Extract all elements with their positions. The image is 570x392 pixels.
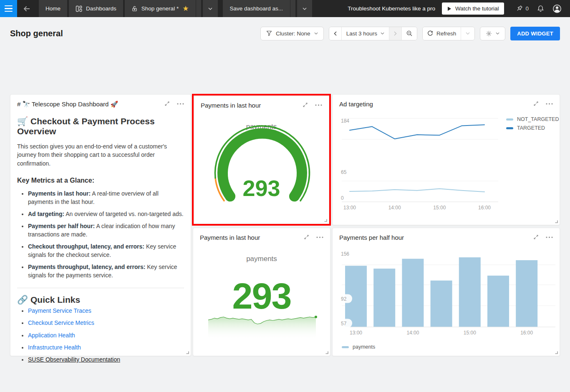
quick-link[interactable]: Payment Service Traces <box>28 307 91 314</box>
resize-handle[interactable] <box>325 351 328 354</box>
tab-home[interactable]: Home <box>39 0 67 17</box>
legend-swatch <box>506 127 513 129</box>
menu-button[interactable] <box>0 0 17 17</box>
quick-link[interactable]: Application Health <box>28 332 75 339</box>
svg-text:14:00: 14:00 <box>406 330 419 336</box>
expand-widget-button[interactable] <box>164 101 170 107</box>
play-icon <box>447 6 451 11</box>
refresh-button[interactable]: Refresh <box>423 27 461 40</box>
ad-targeting-widget: Ad targeting 06518413:0014:0015:0016:00 … <box>332 94 560 225</box>
svg-text:14:00: 14:00 <box>388 205 401 211</box>
payments-number-widget: Payments in last hour payments 293 <box>193 228 330 356</box>
account-button[interactable] <box>548 0 566 17</box>
svg-text:13:00: 13:00 <box>343 205 356 211</box>
svg-text:92: 92 <box>341 296 347 302</box>
metric-item: Payments per half hour: A clear indicati… <box>28 222 184 239</box>
page-title: Shop general <box>10 29 63 38</box>
ellipsis-icon <box>546 103 553 105</box>
tab-dashboards[interactable]: Dashboards <box>69 0 123 17</box>
resize-handle[interactable] <box>555 220 558 223</box>
gauge-value: 293 <box>194 175 329 201</box>
resize-handle[interactable] <box>186 351 189 354</box>
svg-text:65: 65 <box>341 169 347 175</box>
quick-link-item: SUSE Observability Documentation <box>28 355 184 364</box>
nav-tabs: Home Dashboards Shop general * ★ Save da… <box>39 0 312 17</box>
cluster-filter-label: Cluster: None <box>276 30 310 37</box>
tab-current-dashboard[interactable]: Shop general * ★ <box>125 0 202 17</box>
ad-targeting-legend: NOT_TARGETEDTARGETED <box>506 116 559 131</box>
pinned-items-button[interactable]: 0 <box>512 0 533 17</box>
time-forward-button[interactable] <box>389 27 401 40</box>
watch-tutorial-label: Watch the tutorial <box>455 5 499 12</box>
hamburger-icon <box>5 5 13 7</box>
svg-text:13:00: 13:00 <box>350 330 362 336</box>
back-button[interactable] <box>17 0 36 17</box>
favorite-star-icon[interactable]: ★ <box>182 5 189 12</box>
save-dashboard-menu-button[interactable] <box>297 0 312 17</box>
expand-icon <box>533 101 539 107</box>
add-widget-button[interactable]: ADD WIDGET <box>510 27 560 40</box>
svg-text:57: 57 <box>341 321 347 327</box>
ellipsis-icon <box>546 236 553 238</box>
legend-swatch <box>342 346 349 348</box>
quick-link[interactable]: Checkout Service Metrics <box>28 319 94 326</box>
legend-label: TARGETED <box>517 125 545 131</box>
divider <box>17 288 184 288</box>
bell-icon <box>537 5 544 13</box>
overview-intro: This section gives you an end-to-end vie… <box>17 142 184 168</box>
widget-menu-button[interactable] <box>546 236 553 238</box>
svg-text:16:00: 16:00 <box>478 205 491 211</box>
pin-icon <box>516 5 523 12</box>
legend-label: NOT_TARGETED <box>517 116 559 122</box>
tab-dashboards-label: Dashboards <box>86 5 116 12</box>
quick-links-list: Payment Service TracesCheckout Service M… <box>17 307 184 364</box>
ellipsis-icon <box>177 103 184 105</box>
widget-menu-button[interactable] <box>316 236 323 238</box>
promo-text: Troubleshoot Kubernetes like a pro <box>348 5 435 12</box>
cluster-filter-button[interactable]: Cluster: None <box>260 27 324 40</box>
expand-widget-button[interactable] <box>303 234 310 240</box>
quick-link[interactable]: Infrastructure Health <box>28 344 81 351</box>
chevron-down-icon <box>314 32 318 35</box>
gear-icon <box>486 30 492 37</box>
legend-swatch <box>506 118 513 121</box>
time-back-button[interactable] <box>329 27 341 40</box>
resize-handle[interactable] <box>324 219 327 222</box>
dashboard-tab-menu-button[interactable] <box>203 0 218 17</box>
save-dashboard-as-label: Save dashboard as... <box>230 5 283 12</box>
refresh-interval-button[interactable] <box>461 27 474 40</box>
expand-icon <box>533 234 539 240</box>
metric-item: Payments throughput, latency, and errors… <box>28 263 184 279</box>
resize-handle[interactable] <box>555 351 558 354</box>
zoom-out-icon <box>406 30 412 36</box>
widget-menu-button[interactable] <box>177 103 184 105</box>
ellipsis-icon <box>316 236 323 238</box>
svg-text:156: 156 <box>341 251 349 257</box>
expand-widget-button[interactable] <box>533 234 539 240</box>
dashboards-icon <box>76 5 82 12</box>
top-navbar: Home Dashboards Shop general * ★ Save da… <box>0 0 570 17</box>
save-dashboard-as-button[interactable]: Save dashboard as... <box>223 0 295 17</box>
metric-item: Checkout throughput, latency, and errors… <box>28 242 184 259</box>
time-range-button[interactable]: Last 3 hours <box>341 27 389 40</box>
legend-item[interactable]: NOT_TARGETED <box>506 116 559 122</box>
payments-gauge-widget: Payments in last hour payments 293 <box>194 95 329 224</box>
watch-tutorial-button[interactable]: Watch the tutorial <box>442 3 504 15</box>
quick-link-item: Infrastructure Health <box>28 343 184 352</box>
expand-widget-button[interactable] <box>533 101 539 107</box>
dashboard-settings-button[interactable] <box>480 27 505 40</box>
notifications-button[interactable] <box>533 0 548 17</box>
metrics-list: Payments in last hour: A real-time overv… <box>17 189 184 279</box>
time-range-label: Last 3 hours <box>346 30 377 37</box>
widget-menu-button[interactable] <box>315 104 322 106</box>
zoom-out-time-button[interactable] <box>401 27 417 40</box>
widget-menu-button[interactable] <box>546 103 553 105</box>
expand-widget-button[interactable] <box>302 102 308 108</box>
metrics-heading: Key Metrics at a Glance: <box>17 177 184 184</box>
refresh-icon <box>427 30 433 36</box>
legend-item[interactable]: TARGETED <box>506 125 559 131</box>
legend-item[interactable]: payments <box>342 344 375 350</box>
quick-link[interactable]: SUSE Observability Documentation <box>28 356 120 363</box>
gauge-chart <box>194 96 330 224</box>
back-arrow-icon <box>23 6 30 12</box>
